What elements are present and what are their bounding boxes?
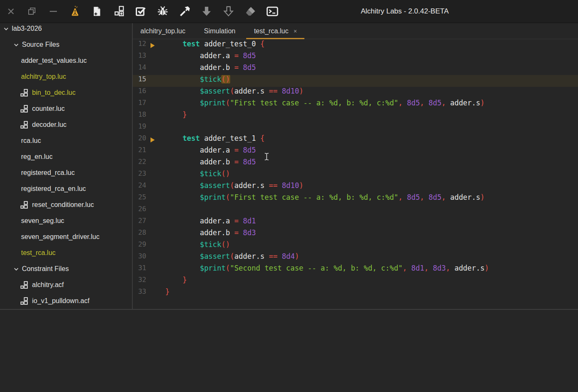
code-text: adder.a = 8d1 [159,217,256,228]
code-line-18[interactable]: 18 } [133,110,578,122]
tree-item-label: bin_to_dec.luc [32,89,75,97]
gutter-spacer [146,181,159,193]
code-text: $assert(adder.s == 8d10) [159,181,304,193]
code-line-21[interactable]: 21 adder.a = 8d5 [133,146,578,158]
tree-item-reg-en-luc[interactable]: reg_en.luc [0,149,132,165]
toolbar [69,5,278,17]
code-line-12[interactable]: 12 test adder_test_0 { [133,40,578,51]
code-line-25[interactable]: 25 $print("First test case -- a: %d, b: … [133,193,578,205]
gutter-spacer [146,276,159,287]
alchitry-flask-icon[interactable] [69,5,81,17]
tree-item-bin-to-dec-luc[interactable]: bin_to_dec.luc [0,85,132,101]
tab-label: test_rca.luc [254,27,288,35]
code-line-32[interactable]: 32 } [133,276,578,287]
tab-test-rca-luc[interactable]: test_rca.luc× [246,23,304,39]
gutter-spacer [146,99,159,110]
line-number: 28 [133,228,146,240]
code-line-14[interactable]: 14 adder.b = 8d5 [133,63,578,75]
code-text: } [159,287,169,299]
program-ram-arrow-icon [223,5,234,17]
tree-item-label: reset_conditioner.luc [32,201,94,209]
gutter-spacer [146,240,159,252]
code-editor[interactable]: 12 test adder_test_0 {13 adder.a = 8d514… [133,39,578,309]
console-terminal-icon[interactable] [266,5,278,17]
build-hammer-icon[interactable] [179,5,191,17]
tree-item-constraint-files[interactable]: Constraint Files [0,261,132,277]
tree-item-registered-rca-luc[interactable]: registered_rca.luc [0,165,132,181]
new-file-icon[interactable] [91,5,103,17]
line-number: 15 [133,75,146,87]
code-text: $print("First test case -- a: %d, b: %d,… [159,193,485,205]
restore-window-icon[interactable] [26,5,38,17]
tree-item-registered-rca-en-luc[interactable]: registered_rca_en.luc [0,181,132,197]
code-line-33[interactable]: 33} [133,287,578,299]
add-component-icon[interactable] [113,5,125,17]
code-line-15[interactable]: 15 $tick() [133,75,578,87]
gutter-spacer [146,87,159,99]
tree-item-label: Constraint Files [22,265,69,273]
component-blocks-icon [20,105,28,113]
line-number: 27 [133,217,146,228]
gutter-spacer [146,217,159,228]
tree-item-test-rca-luc[interactable]: test_rca.luc [0,245,132,261]
check-project-icon[interactable] [135,5,147,17]
chevron-down-icon[interactable] [13,266,19,272]
close-tab-icon[interactable]: × [293,28,297,35]
tree-item-label: registered_rca.luc [21,169,75,177]
code-line-13[interactable]: 13 adder.a = 8d5 [133,51,578,63]
tab-alchitry-top-luc[interactable]: alchitry_top.luc [133,23,193,39]
code-line-16[interactable]: 16 $assert(adder.s == 8d10) [133,87,578,99]
tree-item-io-v1-pulldown-acf[interactable]: io_v1_pulldown.acf [0,293,132,309]
tree-item-reset-conditioner-luc[interactable]: reset_conditioner.luc [0,197,132,213]
line-number: 31 [133,264,146,276]
tree-item-alchitry-acf[interactable]: alchitry.acf [0,277,132,293]
code-line-19[interactable]: 19 [133,122,578,134]
code-line-28[interactable]: 28 adder.b = 8d3 [133,228,578,240]
tab-label: Simulation [204,27,236,35]
chevron-down-icon[interactable] [13,42,19,48]
minimize-window-icon[interactable] [47,5,59,17]
line-number: 25 [133,193,146,205]
close-window-icon[interactable] [5,5,17,17]
tree-item-counter-luc[interactable]: counter.luc [0,101,132,117]
tree-item-label: alchitry.acf [32,281,64,289]
code-line-26[interactable]: 26 [133,205,578,217]
code-line-22[interactable]: 22 adder.b = 8d5 [133,158,578,169]
component-blocks-icon [20,201,28,209]
chevron-down-icon[interactable] [3,26,9,32]
gutter-spacer [146,158,159,169]
tree-item-label: Source Files [22,41,59,48]
tree-item-source-files[interactable]: Source Files [0,37,132,53]
run-test-marker-icon[interactable] [146,134,159,146]
tree-item-rca-luc[interactable]: rca.luc [0,133,132,149]
line-number: 16 [133,87,146,99]
code-line-27[interactable]: 27 adder.a = 8d1 [133,217,578,228]
tree-item-adder-test-values-luc[interactable]: adder_test_values.luc [0,53,132,69]
window-controls [0,5,59,17]
tree-item-alchitry-top-luc[interactable]: alchitry_top.luc [0,69,132,85]
tree-item-label: decoder.luc [32,121,67,129]
code-line-24[interactable]: 24 $assert(adder.s == 8d10) [133,181,578,193]
gutter-spacer [146,193,159,205]
gutter-spacer [146,122,159,134]
tab-simulation[interactable]: Simulation [196,23,243,39]
code-line-23[interactable]: 23 $tick() [133,169,578,181]
code-line-17[interactable]: 17 $print("First test case -- a: %d, b: … [133,99,578,110]
run-test-marker-icon[interactable] [146,40,159,51]
code-line-29[interactable]: 29 $tick() [133,240,578,252]
line-number: 17 [133,99,146,110]
line-number: 24 [133,181,146,193]
tree-item-label: adder_test_values.luc [21,57,87,64]
code-line-20[interactable]: 20 test adder_test_1 { [133,134,578,146]
tree-item-seven-segment-driver-luc[interactable]: seven_segment_driver.luc [0,229,132,245]
line-number: 13 [133,51,146,63]
code-text: adder.b = 8d5 [159,158,256,169]
line-number: 23 [133,169,146,181]
tree-item-seven-seg-luc[interactable]: seven_seg.luc [0,213,132,229]
line-number: 30 [133,252,146,264]
tree-item-lab3-2026[interactable]: lab3-2026 [0,23,132,37]
code-line-30[interactable]: 30 $assert(adder.s == 8d4) [133,252,578,264]
code-line-31[interactable]: 31 $print("Second test case -- a: %d, b:… [133,264,578,276]
debug-bug-icon[interactable] [157,5,169,17]
tree-item-decoder-luc[interactable]: decoder.luc [0,117,132,133]
